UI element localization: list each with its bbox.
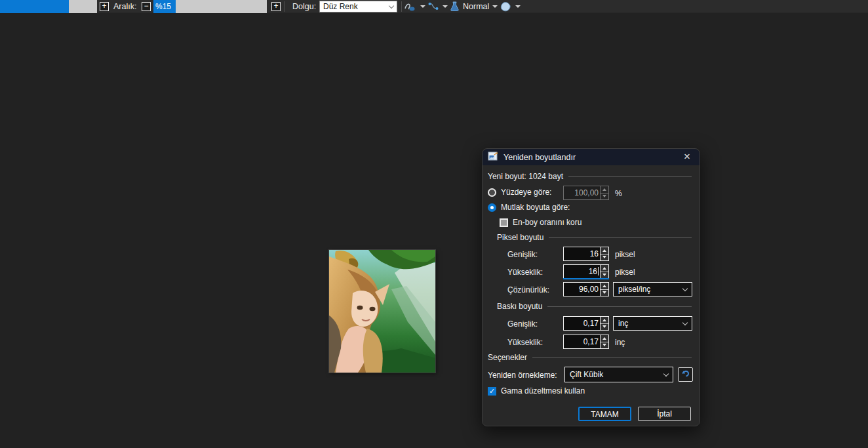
spinner-buttons bbox=[600, 247, 608, 260]
spinner-up-icon[interactable] bbox=[601, 283, 608, 290]
new-size-text: Yeni boyut: 1024 bayt bbox=[488, 172, 563, 181]
chevron-down-icon bbox=[663, 371, 669, 376]
fill-label: Dolgu: bbox=[292, 2, 316, 11]
pixel-height-spinner[interactable]: 16 bbox=[563, 264, 609, 279]
percentage-value[interactable]: 100,00 bbox=[564, 186, 600, 199]
print-width-unit-select[interactable]: inç bbox=[613, 316, 692, 331]
spinner-up-icon[interactable] bbox=[601, 335, 608, 342]
tool-size-slider-fill bbox=[0, 0, 69, 13]
spinner-up-icon[interactable] bbox=[601, 247, 608, 255]
reset-button[interactable] bbox=[678, 367, 693, 382]
spacing-decrease-button[interactable]: − bbox=[142, 2, 151, 11]
stroke-style-icon[interactable] bbox=[404, 1, 416, 14]
resolution-spinner[interactable]: 96,00 bbox=[563, 282, 609, 296]
by-percentage-radio[interactable] bbox=[488, 188, 496, 197]
spinner-up-icon[interactable] bbox=[601, 265, 608, 272]
spinner-down-icon[interactable] bbox=[601, 324, 608, 331]
resampling-select[interactable]: Çift Kübik bbox=[564, 367, 673, 382]
spinner-down-icon[interactable] bbox=[601, 272, 608, 279]
reset-undo-icon bbox=[681, 369, 690, 380]
pixel-height-value[interactable]: 16 bbox=[564, 265, 600, 278]
toolbar-separator bbox=[284, 1, 285, 12]
group-divider bbox=[549, 237, 692, 238]
resampling-label: Yeniden örnekleme: bbox=[488, 371, 557, 380]
chevron-down-icon bbox=[389, 3, 394, 8]
blend-mode-flask-icon[interactable] bbox=[450, 1, 460, 14]
percent-unit-label: % bbox=[615, 189, 622, 198]
ok-button[interactable]: TAMAM bbox=[578, 407, 631, 421]
spinner-down-icon[interactable] bbox=[601, 290, 608, 296]
chevron-down-icon bbox=[682, 285, 688, 291]
gamma-checkbox[interactable]: ✓ bbox=[488, 387, 496, 396]
by-percentage-label: Yüzdeye göre: bbox=[501, 188, 551, 197]
antialiasing-dropdown-arrow[interactable] bbox=[515, 5, 521, 8]
tool-size-slider[interactable] bbox=[0, 0, 97, 13]
cancel-button[interactable]: İptal bbox=[638, 407, 691, 421]
print-width-value[interactable]: 0,17 bbox=[564, 317, 600, 330]
percentage-spinner[interactable]: 100,00 bbox=[563, 186, 609, 200]
fill-style-value: Düz Renk bbox=[323, 2, 358, 11]
spinner-up-icon[interactable] bbox=[601, 317, 608, 324]
spinner-buttons bbox=[600, 283, 608, 296]
spinner-buttons bbox=[600, 335, 608, 348]
spinner-buttons bbox=[600, 317, 608, 330]
print-height-label: Yükseklik: bbox=[507, 338, 543, 347]
print-width-spinner[interactable]: 0,17 bbox=[563, 316, 609, 331]
spinner-buttons bbox=[600, 265, 608, 278]
dialog-titlebar[interactable]: Yeniden boyutlandır × bbox=[483, 149, 700, 165]
gamma-label: Gama düzeltmesi kullan bbox=[501, 386, 585, 396]
pixel-height-label: Yükseklik: bbox=[507, 268, 543, 277]
blend-mode-dropdown-arrow[interactable] bbox=[492, 5, 498, 8]
spinner-up-icon[interactable] bbox=[601, 186, 608, 193]
curve-tool-dropdown-arrow[interactable] bbox=[443, 5, 448, 8]
resize-image-icon bbox=[488, 152, 498, 163]
spacing-label: Aralık: bbox=[113, 2, 136, 11]
spacing-value: %15 bbox=[155, 2, 171, 11]
resize-dialog: Yeniden boyutlandır × Yeni boyut: 1024 b… bbox=[482, 148, 700, 426]
spinner-down-icon[interactable] bbox=[601, 342, 608, 349]
by-absolute-label: Mutlak boyuta göre: bbox=[501, 203, 570, 212]
pixel-width-spinner[interactable]: 16 bbox=[563, 247, 609, 261]
options-header: Seçenekler bbox=[488, 353, 527, 362]
pixel-width-value[interactable]: 16 bbox=[564, 247, 600, 260]
keep-aspect-label: En-boy oranını koru bbox=[513, 218, 582, 227]
spinner-buttons bbox=[600, 186, 608, 199]
blend-mode-value: Normal bbox=[463, 2, 489, 11]
spacing-slider[interactable]: %15 bbox=[153, 0, 267, 13]
chevron-down-icon bbox=[682, 319, 688, 325]
curve-tool-icon[interactable] bbox=[428, 1, 439, 14]
pixel-height-unit: piksel bbox=[615, 268, 635, 277]
resolution-value[interactable]: 96,00 bbox=[564, 283, 600, 296]
top-toolbar: + Aralık: − %15 + Dolgu: Düz Renk Norma bbox=[0, 0, 868, 13]
keep-aspect-checkbox[interactable] bbox=[500, 218, 508, 227]
group-divider bbox=[532, 357, 692, 358]
spinner-down-icon[interactable] bbox=[601, 193, 608, 200]
close-icon[interactable]: × bbox=[680, 150, 694, 163]
fill-style-select[interactable]: Düz Renk bbox=[319, 1, 397, 12]
resolution-unit-select[interactable]: piksel/inç bbox=[613, 282, 692, 296]
stroke-style-dropdown-arrow[interactable] bbox=[420, 5, 425, 8]
group-divider bbox=[547, 306, 692, 307]
group-divider bbox=[568, 176, 692, 177]
spacing-increase-button[interactable]: + bbox=[271, 2, 281, 11]
print-height-unit: inç bbox=[615, 338, 625, 347]
print-height-value[interactable]: 0,17 bbox=[564, 335, 600, 348]
by-absolute-radio[interactable] bbox=[488, 203, 496, 212]
size-increase-button[interactable]: + bbox=[100, 2, 109, 11]
dialog-title: Yeniden boyutlandır bbox=[503, 153, 576, 162]
text-caret bbox=[598, 267, 599, 275]
print-height-spinner[interactable]: 0,17 bbox=[563, 335, 609, 349]
print-size-header: Baskı boyutu bbox=[497, 302, 542, 311]
spinner-down-icon[interactable] bbox=[601, 255, 608, 261]
pixel-size-header: Piksel boyutu bbox=[497, 233, 543, 242]
canvas-image[interactable] bbox=[329, 250, 435, 373]
resampling-value: Çift Kübik bbox=[570, 370, 603, 379]
pixel-width-label: Genişlik: bbox=[507, 250, 538, 259]
print-width-unit-value: inç bbox=[618, 319, 628, 328]
resolution-unit-value: piksel/inç bbox=[618, 285, 650, 294]
resolution-label: Çözünürlük: bbox=[507, 285, 549, 295]
antialiasing-icon[interactable] bbox=[500, 1, 512, 15]
print-width-label: Genişlik: bbox=[507, 319, 538, 329]
toolbar-separator bbox=[401, 1, 402, 12]
pixel-width-unit: piksel bbox=[615, 250, 635, 259]
